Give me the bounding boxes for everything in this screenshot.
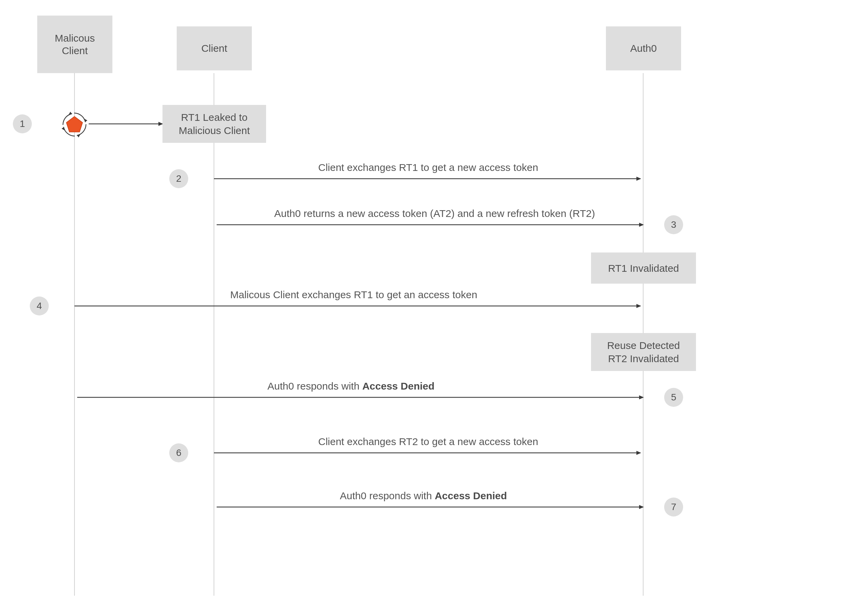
message-text-pre: Auth0 responds with	[268, 380, 362, 392]
message-text: Client exchanges RT1 to get a new access…	[318, 162, 538, 173]
participant-malicious-client: Malicous Client	[37, 16, 112, 73]
step-number: 6	[176, 447, 181, 458]
participant-label: Client	[201, 42, 227, 55]
participant-client: Client	[177, 26, 252, 70]
participant-auth0: Auth0	[606, 26, 681, 70]
step-number: 2	[176, 173, 181, 184]
svg-marker-4	[66, 117, 82, 132]
step-badge-2: 2	[169, 169, 188, 188]
lifeline-malicious-client	[74, 73, 75, 596]
step-number: 7	[671, 502, 676, 513]
step-badge-5: 5	[664, 388, 683, 407]
message-text: Malicous Client exchanges RT1 to get an …	[230, 289, 477, 300]
message-label-3: Auth0 returns a new access token (AT2) a…	[274, 208, 595, 219]
note-rt1-leaked: RT1 Leaked to Malicious Client	[163, 105, 266, 143]
step-badge-3: 3	[664, 215, 683, 234]
message-text-bold: Access Denied	[435, 490, 507, 501]
message-text-pre: Auth0 responds with	[340, 490, 435, 501]
step-badge-4: 4	[30, 296, 49, 315]
participant-label: Malicous Client	[55, 32, 95, 57]
note-reuse-detected: Reuse Detected RT2 Invalidated	[591, 333, 696, 371]
note-text: RT1 Invalidated	[608, 262, 679, 275]
message-label-6: Client exchanges RT2 to get a new access…	[318, 436, 538, 447]
note-text: RT1 Leaked to Malicious Client	[179, 111, 250, 137]
step-number: 5	[671, 392, 676, 403]
lifeline-client	[214, 73, 214, 596]
message-label-7: Auth0 responds with Access Denied	[340, 490, 507, 502]
step-badge-7: 7	[664, 498, 683, 516]
message-label-4: Malicous Client exchanges RT1 to get an …	[230, 289, 477, 301]
message-label-2: Client exchanges RT1 to get a new access…	[318, 162, 538, 173]
message-text-bold: Access Denied	[362, 380, 434, 392]
note-text: Reuse Detected RT2 Invalidated	[607, 339, 680, 365]
step-number: 1	[19, 118, 25, 129]
step-badge-6: 6	[169, 443, 188, 462]
step-badge-1: 1	[13, 114, 32, 133]
sequence-diagram: Malicous Client Client Auth0 1 2 3 4 5 6…	[0, 0, 850, 616]
arrows-overlay	[0, 0, 850, 616]
step-number: 4	[37, 301, 42, 311]
participant-label: Auth0	[630, 42, 657, 55]
message-text: Auth0 returns a new access token (AT2) a…	[274, 208, 595, 219]
message-text: Client exchanges RT2 to get a new access…	[318, 436, 538, 447]
step-number: 3	[671, 219, 676, 230]
message-label-5: Auth0 responds with Access Denied	[268, 380, 435, 392]
note-rt1-invalidated: RT1 Invalidated	[591, 253, 696, 284]
malicious-pentagon-icon	[60, 110, 89, 139]
